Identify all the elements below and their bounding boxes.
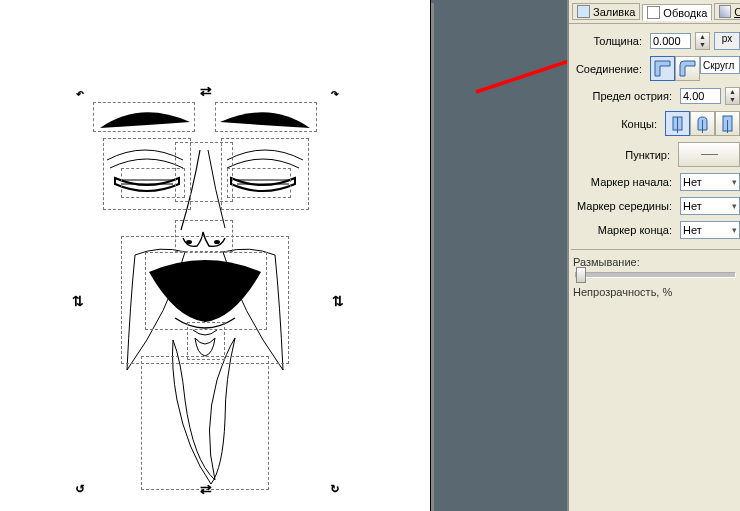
- join-miter-button[interactable]: [650, 56, 675, 81]
- cap-round-button[interactable]: [690, 111, 715, 136]
- panel-tabs: Заливка Обводка ССтиль: [569, 0, 740, 24]
- miter-input[interactable]: [680, 88, 721, 104]
- tab-style-label: ССтиль: [734, 6, 740, 18]
- marker-start-label: Маркер начала:: [569, 176, 676, 188]
- stroke-width-label: Толщина:: [569, 35, 646, 47]
- tab-fill[interactable]: Заливка: [572, 3, 640, 20]
- illustration: [75, 80, 335, 500]
- marker-end-select[interactable]: Нет: [680, 221, 740, 239]
- cap-square-button[interactable]: [715, 111, 740, 136]
- fill-swatch-icon: [577, 5, 590, 18]
- skew-handle-right[interactable]: ⇅: [332, 296, 342, 306]
- canvas-area[interactable]: ↶ ↷ ↺ ↻ ⇄ ⇄ ⇅ ⇅: [0, 0, 567, 511]
- tab-stroke-label: Обводка: [663, 7, 707, 19]
- join-label: Соединение:: [569, 63, 646, 75]
- rotate-handle-tr[interactable]: ↷: [330, 88, 340, 98]
- stroke-width-unit[interactable]: px: [714, 32, 740, 50]
- fill-stroke-panel: Заливка Обводка ССтиль Толщина: ▲▼ px Со…: [567, 0, 740, 511]
- opacity-label: Непрозрачность, %: [569, 284, 740, 300]
- dash-label: Пунктир:: [569, 149, 674, 161]
- stroke-swatch-icon: [647, 6, 660, 19]
- miter-label: Предел острия:: [569, 90, 676, 102]
- dash-pattern-select[interactable]: [678, 142, 740, 167]
- cap-label: Концы:: [569, 118, 661, 130]
- tab-stroke[interactable]: Обводка: [642, 4, 712, 21]
- skew-handle-top[interactable]: ⇄: [200, 86, 210, 96]
- blur-slider[interactable]: [575, 272, 736, 278]
- stroke-width-spinner[interactable]: ▲▼: [695, 32, 710, 50]
- marker-start-select[interactable]: Нет: [680, 173, 740, 191]
- join-style-select[interactable]: Скругл: [700, 56, 740, 74]
- marker-mid-select[interactable]: Нет: [680, 197, 740, 215]
- style-swatch-icon: [719, 5, 731, 18]
- stroke-width-input[interactable]: [650, 33, 691, 49]
- marker-mid-label: Маркер середины:: [569, 200, 676, 212]
- document-page: ↶ ↷ ↺ ↻ ⇄ ⇄ ⇅ ⇅: [0, 0, 431, 511]
- tab-fill-label: Заливка: [593, 6, 635, 18]
- marker-end-label: Маркер конца:: [569, 224, 676, 236]
- join-round-button[interactable]: [675, 56, 700, 81]
- rotate-handle-br[interactable]: ↻: [330, 482, 340, 492]
- miter-spinner[interactable]: ▲▼: [725, 87, 740, 105]
- skew-handle-left[interactable]: ⇅: [72, 296, 82, 306]
- rotate-handle-bl[interactable]: ↺: [75, 482, 85, 492]
- blur-label: Размывание:: [569, 254, 740, 270]
- cap-butt-button[interactable]: [665, 111, 690, 136]
- rotate-handle-tl[interactable]: ↶: [75, 88, 85, 98]
- skew-handle-bottom[interactable]: ⇄: [200, 484, 210, 494]
- tab-style[interactable]: ССтиль: [714, 3, 740, 20]
